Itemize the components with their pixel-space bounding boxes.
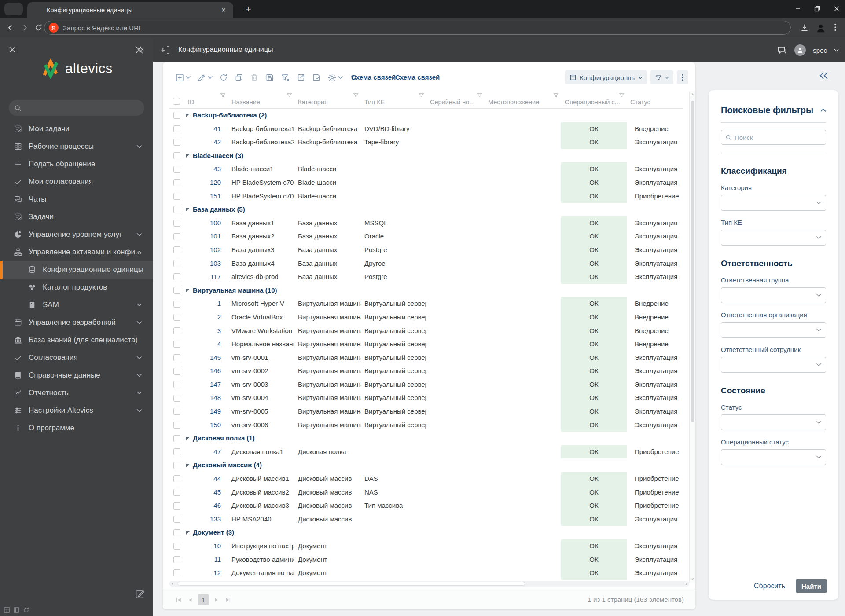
filter-search-input[interactable]	[735, 134, 814, 141]
table-row[interactable]: 145vm-srv-0001Виртуальная машинаВиртуаль…	[169, 351, 683, 365]
filter-select[interactable]	[721, 195, 826, 211]
sidebar-item[interactable]: Согласования	[0, 349, 153, 367]
table-row[interactable]: 117altevics-db-prodБаза данныхPostgreОКЭ…	[169, 270, 683, 284]
table-row[interactable]: 3VMware WorkstationВиртуальная машинаВир…	[169, 324, 683, 338]
copy-button[interactable]	[235, 73, 243, 82]
row-checkbox[interactable]	[173, 516, 180, 523]
sidebar-item[interactable]: Управление активами и конфи...	[0, 243, 153, 261]
download-icon[interactable]	[800, 23, 809, 32]
scroll-left-icon[interactable]: ‹	[172, 581, 173, 587]
row-checkbox[interactable]	[173, 246, 180, 253]
first-page-icon[interactable]	[175, 596, 183, 604]
column-header[interactable]: Местоположение	[485, 91, 561, 109]
group-collapse-icon[interactable]	[186, 437, 190, 440]
group-row[interactable]: База данных (5)	[169, 203, 683, 216]
select-all-checkbox[interactable]	[173, 98, 180, 105]
user-avatar[interactable]	[794, 44, 806, 56]
table-row[interactable]: 2Oracle VirtualBoxВиртуальная машинаВирт…	[169, 311, 683, 324]
tab-close-icon[interactable]: ✕	[221, 7, 226, 14]
find-button[interactable]: Найти	[796, 579, 827, 593]
row-checkbox[interactable]	[173, 489, 180, 496]
row-checkbox[interactable]	[173, 354, 180, 361]
table-row[interactable]: 100База данных1База данныхMSSQLОКЭксплуа…	[169, 216, 683, 230]
save-button[interactable]	[265, 73, 274, 82]
new-tab-button[interactable]: +	[246, 4, 251, 15]
group-row[interactable]: Backup-библиотека (2)	[169, 109, 683, 122]
row-checkbox[interactable]	[173, 368, 180, 375]
column-filter-icon[interactable]	[477, 92, 482, 98]
row-checkbox[interactable]	[173, 435, 180, 442]
row-checkbox[interactable]	[173, 152, 180, 159]
table-row[interactable]: 46Дисковый массив3Дисковый массивТип мас…	[169, 499, 683, 513]
row-checkbox[interactable]	[173, 408, 180, 415]
row-checkbox[interactable]	[173, 287, 180, 294]
group-collapse-icon[interactable]	[186, 154, 190, 158]
column-header[interactable]: ID	[184, 91, 228, 109]
row-checkbox[interactable]	[173, 260, 180, 267]
scroll-down-icon[interactable]: ˅	[690, 577, 696, 581]
group-collapse-icon[interactable]	[186, 114, 190, 117]
row-checkbox[interactable]	[173, 301, 180, 308]
column-filter-icon[interactable]	[287, 92, 292, 98]
bookmark-check-button[interactable]	[312, 73, 321, 82]
row-checkbox[interactable]	[173, 556, 180, 563]
user-menu-chevron-icon[interactable]	[834, 48, 839, 52]
group-collapse-icon[interactable]	[186, 464, 190, 467]
pin-off-icon[interactable]	[134, 44, 144, 55]
row-checkbox[interactable]	[173, 139, 180, 146]
column-filter-icon[interactable]	[220, 92, 226, 98]
status-refresh-icon[interactable]	[23, 607, 29, 613]
row-checkbox[interactable]	[173, 314, 180, 321]
table-row[interactable]: 41Backup-библиотека1Backup-библиотекаDVD…	[169, 122, 683, 136]
table-row[interactable]: 120HP BladeSystem c700Blade-шассиОКЭкспл…	[169, 176, 683, 190]
sidebar-item[interactable]: Справочные данные	[0, 367, 153, 384]
vertical-scrollbar[interactable]: ˄ ˅	[689, 91, 695, 583]
table-row[interactable]: 10Инструкция по настройкеДокументОКЭкспл…	[169, 539, 683, 553]
row-checkbox[interactable]	[173, 395, 180, 402]
row-checkbox[interactable]	[173, 273, 180, 280]
sidebar-search[interactable]	[9, 100, 144, 116]
filter-search[interactable]	[721, 130, 826, 145]
sidebar-item[interactable]: Настройки Altevics	[0, 402, 153, 419]
sidebar-search-input[interactable]	[22, 104, 127, 112]
table-row[interactable]: 133HP MSA2040Дисковый массивОКЭксплуатац…	[169, 513, 683, 526]
more-options-button[interactable]	[677, 70, 688, 84]
sidebar-item[interactable]: Управление разработкой	[0, 314, 153, 331]
group-row[interactable]: Виртуальная машина (10)	[169, 284, 683, 297]
column-filter-icon[interactable]	[619, 92, 625, 98]
group-row[interactable]: Дисковая полка (1)	[169, 432, 683, 445]
schema-link-2[interactable]: Схема связей	[395, 73, 440, 81]
column-filter-icon[interactable]	[553, 92, 559, 98]
scroll-right-icon[interactable]: ›	[686, 581, 687, 587]
collapse-filters-icon[interactable]	[818, 70, 830, 81]
row-checkbox[interactable]	[173, 475, 180, 482]
group-row[interactable]: Документ (3)	[169, 526, 683, 539]
next-page-icon[interactable]	[213, 597, 220, 603]
table-row[interactable]: 149vm-srv-0005Виртуальная машинаВиртуаль…	[169, 405, 683, 418]
sidebar-item[interactable]: Задачи	[0, 208, 153, 226]
browser-tab[interactable]: Конфигурационные единицы ✕	[27, 2, 233, 18]
back-button[interactable]	[6, 23, 15, 32]
page-number[interactable]: 1	[198, 594, 209, 605]
table-row[interactable]: 12Документация по настройкеДокументОКЭкс…	[169, 566, 683, 580]
group-collapse-icon[interactable]	[186, 289, 190, 292]
forward-button[interactable]	[20, 23, 29, 32]
row-checkbox[interactable]	[173, 422, 180, 429]
column-filter-icon[interactable]	[419, 92, 424, 98]
row-checkbox[interactable]	[173, 125, 180, 132]
address-bar[interactable]: Я Запрос в Яндекс или URL	[44, 21, 791, 35]
row-checkbox[interactable]	[173, 462, 180, 469]
row-checkbox[interactable]	[173, 543, 180, 550]
row-checkbox[interactable]	[173, 502, 180, 510]
table-row[interactable]: 146vm-srv-0002Виртуальная машинаВиртуаль…	[169, 364, 683, 378]
row-checkbox[interactable]	[173, 569, 180, 576]
sidebar-close-icon[interactable]	[8, 45, 17, 54]
window-minimize-button[interactable]	[795, 6, 801, 12]
table-row[interactable]: 148vm-srv-0004Виртуальная машинаВиртуаль…	[169, 391, 683, 405]
reload-button[interactable]	[34, 23, 43, 32]
row-checkbox[interactable]	[173, 327, 180, 334]
row-checkbox[interactable]	[173, 179, 180, 186]
window-restore-button[interactable]	[814, 6, 820, 12]
table-row[interactable]: 47Дисковая полка1Дисковая полкаОКПриобре…	[169, 445, 683, 459]
filter-select[interactable]	[721, 414, 826, 430]
